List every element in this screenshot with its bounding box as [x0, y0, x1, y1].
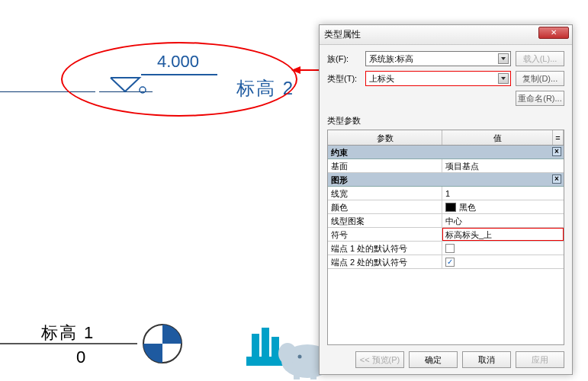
chevron-down-icon[interactable] — [498, 73, 509, 84]
svg-rect-5 — [262, 328, 269, 357]
color-swatch-icon — [445, 203, 456, 212]
close-button[interactable]: ✕ — [538, 27, 569, 39]
param-value[interactable]: 1 — [442, 187, 564, 200]
family-label: 族(F): — [327, 53, 365, 65]
preview-button[interactable]: << 预览(P) — [355, 351, 404, 368]
type-properties-dialog: 类型属性 ✕ 族(F): 系统族:标高 载入(L)... 类型(T): 上标头 … — [319, 24, 573, 375]
param-name: 线型图案 — [328, 214, 442, 227]
param-name: 符号 — [328, 228, 442, 241]
param-value[interactable]: 标高标头_上 — [442, 228, 564, 241]
level1-value[interactable]: 0 — [76, 347, 85, 367]
type-label: 类型(T): — [327, 73, 365, 85]
param-name: 端点 2 处的默认符号 — [328, 255, 442, 268]
svg-rect-6 — [272, 337, 279, 357]
grid-header: 参数 值 = — [328, 130, 564, 146]
svg-rect-11 — [294, 369, 300, 379]
dialog-titlebar[interactable]: 类型属性 ✕ — [320, 25, 572, 45]
type-value: 上标头 — [369, 73, 394, 85]
load-button[interactable]: 载入(L)... — [516, 51, 564, 66]
param-name: 颜色 — [328, 200, 442, 213]
collapse-icon[interactable]: × — [552, 147, 561, 156]
family-value: 系统族:标高 — [369, 53, 413, 65]
level-elevation-value[interactable]: 4.000 — [157, 52, 199, 72]
group-graphics[interactable]: 图形× — [328, 173, 564, 187]
level1-name[interactable]: 标高 1 — [41, 322, 95, 344]
svg-point-10 — [298, 355, 302, 359]
table-row[interactable]: 端点 2 处的默认符号 — [328, 255, 564, 269]
svg-rect-4 — [252, 334, 259, 357]
ok-button[interactable]: 确定 — [409, 351, 458, 368]
type-select[interactable]: 上标头 — [365, 71, 511, 86]
level-name-label[interactable]: 标高 2 — [236, 76, 294, 101]
param-value[interactable]: 项目基点 — [442, 159, 564, 172]
level-head-circle-icon — [142, 323, 183, 364]
svg-point-0 — [140, 87, 146, 93]
param-value[interactable] — [442, 242, 564, 255]
param-name: 线宽 — [328, 187, 442, 200]
col-param[interactable]: 参数 — [328, 130, 442, 145]
parameters-grid: 参数 值 = 约束× 基面项目基点 图形× 线宽1颜色黑色线型图案中心符号标高标… — [327, 130, 564, 345]
dialog-title: 类型属性 — [324, 28, 361, 41]
checkbox[interactable] — [445, 244, 455, 253]
rename-button[interactable]: 重命名(R)... — [516, 91, 564, 106]
type-params-label: 类型参数 — [327, 115, 564, 126]
param-name: 端点 1 处的默认符号 — [328, 242, 442, 255]
collapse-icon[interactable]: × — [552, 174, 561, 184]
level1-line — [0, 343, 137, 344]
group-constraints[interactable]: 约束× — [328, 146, 564, 159]
param-value[interactable] — [442, 255, 564, 268]
col-value[interactable]: 值 — [442, 130, 553, 145]
family-select[interactable]: 系统族:标高 — [365, 51, 511, 66]
checkbox[interactable] — [445, 258, 455, 267]
table-row[interactable]: 符号标高标头_上 — [328, 228, 564, 242]
svg-point-9 — [278, 343, 297, 364]
param-value[interactable]: 中心 — [442, 214, 564, 227]
table-row[interactable]: 端点 1 处的默认符号 — [328, 242, 564, 255]
level-triangle-icon — [109, 76, 147, 99]
table-row[interactable]: 基面项目基点 — [328, 159, 564, 173]
level-value-line — [141, 74, 217, 75]
apply-button[interactable]: 应用 — [516, 351, 564, 368]
param-name: 基面 — [328, 159, 442, 172]
chevron-down-icon[interactable] — [498, 53, 509, 64]
level-line — [0, 91, 95, 92]
table-row[interactable]: 线型图案中心 — [328, 214, 564, 228]
cancel-button[interactable]: 取消 — [462, 351, 511, 368]
svg-marker-2 — [291, 66, 300, 74]
col-eq[interactable]: = — [553, 130, 564, 145]
copy-button[interactable]: 复制(D)... — [516, 71, 564, 86]
param-value[interactable]: 黑色 — [442, 200, 564, 213]
svg-rect-12 — [310, 369, 316, 379]
table-row[interactable]: 颜色黑色 — [328, 200, 564, 214]
table-row[interactable]: 线宽1 — [328, 187, 564, 200]
